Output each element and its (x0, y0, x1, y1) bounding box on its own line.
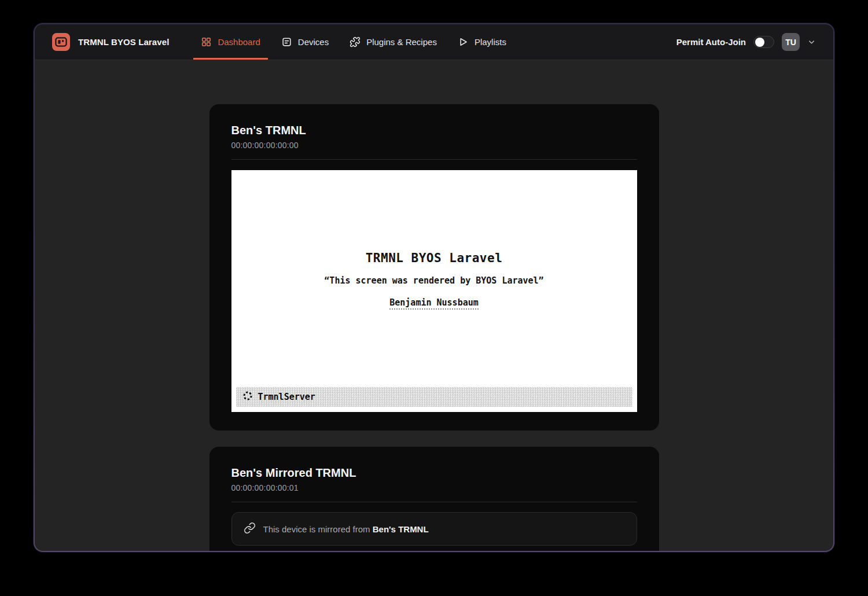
tab-label: Plugins & Recipes (366, 37, 437, 47)
device-name: Ben's TRMNL (231, 124, 637, 137)
screen-footer-label: TrmnlServer (258, 392, 315, 402)
toggle-knob (755, 38, 764, 47)
user-avatar[interactable]: TU (782, 33, 800, 51)
permit-auto-join-label: Permit Auto-Join (676, 37, 746, 47)
spinner-icon (242, 391, 253, 403)
play-icon (458, 36, 469, 47)
device-screen-preview: TRMNL BYOS Laravel “This screen was rend… (231, 170, 637, 412)
device-mac-address: 00:00:00:00:00:01 (231, 483, 637, 492)
nav-items: Dashboard Devices (193, 24, 520, 60)
app-window: TRMNL BYOS Laravel Dashboard (34, 23, 834, 552)
app-title: TRMNL BYOS Laravel (78, 37, 169, 47)
tab-dashboard[interactable]: Dashboard (193, 24, 267, 60)
nav-right: Permit Auto-Join TU (676, 33, 816, 51)
permit-auto-join-toggle[interactable] (753, 36, 774, 48)
mirror-prefix: This device is mirrored from (263, 524, 370, 534)
tab-plugins-recipes[interactable]: Plugins & Recipes (342, 24, 444, 60)
link-icon (244, 522, 256, 536)
tab-playlists[interactable]: Playlists (450, 24, 514, 60)
tab-label: Dashboard (218, 37, 260, 47)
chevron-down-icon[interactable] (807, 38, 816, 46)
device-lines-icon (281, 36, 292, 47)
puzzle-icon (350, 36, 361, 47)
mirror-notice-text: This device is mirrored from Ben's TRMNL (263, 524, 429, 534)
dashboard-content: Ben's TRMNL 00:00:00:00:00:00 TRMNL BYOS… (35, 60, 833, 551)
divider (231, 502, 637, 502)
device-card-bens-mirrored-trmnl: Ben's Mirrored TRMNL 00:00:00:00:00:01 T… (209, 447, 659, 551)
app-window-inner: TRMNL BYOS Laravel Dashboard (35, 24, 833, 551)
trmnl-logo-icon (52, 33, 70, 51)
device-card-bens-trmnl: Ben's TRMNL 00:00:00:00:00:00 TRMNL BYOS… (209, 104, 659, 431)
screen-quote: “This screen was rendered by BYOS Larave… (231, 275, 637, 286)
screen-title: TRMNL BYOS Laravel (231, 251, 637, 265)
screen-author-link: Benjamin Nussbaum (389, 297, 479, 310)
tab-label: Playlists (475, 37, 506, 47)
mirror-notice: This device is mirrored from Ben's TRMNL (231, 512, 637, 546)
brand: TRMNL BYOS Laravel (52, 33, 169, 51)
top-nav: TRMNL BYOS Laravel Dashboard (35, 24, 833, 60)
screen-footer-bar: TrmnlServer (236, 387, 632, 407)
device-mac-address: 00:00:00:00:00:00 (231, 141, 637, 150)
divider (231, 159, 637, 160)
tab-label: Devices (298, 37, 329, 47)
grid-icon (201, 36, 212, 47)
screen-content: TRMNL BYOS Laravel “This screen was rend… (231, 170, 637, 310)
tab-devices[interactable]: Devices (274, 24, 336, 60)
device-name: Ben's Mirrored TRMNL (231, 466, 637, 480)
mirror-source-device: Ben's TRMNL (373, 524, 429, 534)
